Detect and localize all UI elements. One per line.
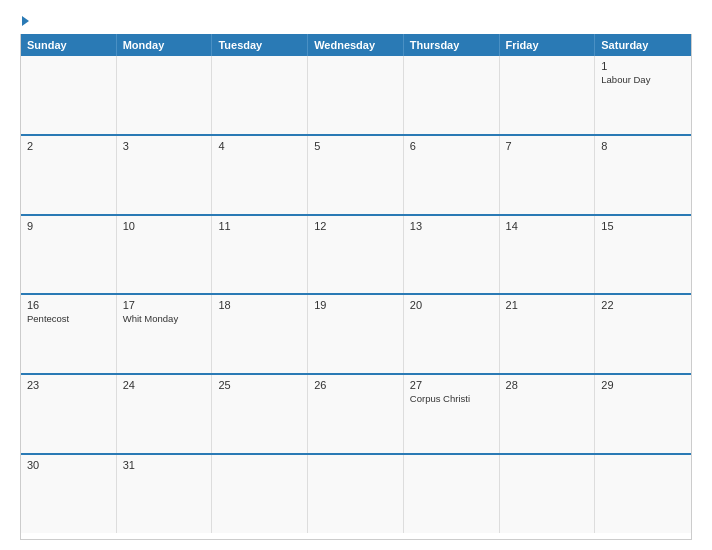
day-number: 9 xyxy=(27,220,110,232)
calendar-cell: 17Whit Monday xyxy=(117,295,213,373)
calendar-cell: 14 xyxy=(500,216,596,294)
day-number: 16 xyxy=(27,299,110,311)
calendar-cell: 25 xyxy=(212,375,308,453)
calendar-cell xyxy=(212,56,308,134)
day-number: 28 xyxy=(506,379,589,391)
calendar-cell: 28 xyxy=(500,375,596,453)
calendar-cell xyxy=(500,56,596,134)
calendar-cell xyxy=(500,455,596,533)
calendar-cell: 3 xyxy=(117,136,213,214)
calendar-cell xyxy=(212,455,308,533)
day-number: 17 xyxy=(123,299,206,311)
day-number: 2 xyxy=(27,140,110,152)
day-number: 8 xyxy=(601,140,685,152)
calendar-cell: 22 xyxy=(595,295,691,373)
calendar-cell xyxy=(21,56,117,134)
calendar-cell: 18 xyxy=(212,295,308,373)
weekday-header-saturday: Saturday xyxy=(595,34,691,56)
logo-blue-text xyxy=(20,16,29,26)
calendar-cell: 11 xyxy=(212,216,308,294)
holiday-name: Pentecost xyxy=(27,313,110,324)
day-number: 6 xyxy=(410,140,493,152)
calendar-week-4: 2324252627Corpus Christi2829 xyxy=(21,375,691,455)
calendar-cell: 10 xyxy=(117,216,213,294)
calendar-cell: 6 xyxy=(404,136,500,214)
calendar-cell: 15 xyxy=(595,216,691,294)
calendar-cell xyxy=(308,455,404,533)
day-number: 5 xyxy=(314,140,397,152)
day-number: 4 xyxy=(218,140,301,152)
calendar-cell: 26 xyxy=(308,375,404,453)
calendar-cell xyxy=(404,56,500,134)
calendar-cell xyxy=(308,56,404,134)
calendar-weekday-header: SundayMondayTuesdayWednesdayThursdayFrid… xyxy=(21,34,691,56)
calendar-cell xyxy=(117,56,213,134)
calendar-cell: 12 xyxy=(308,216,404,294)
calendar-week-0: 1Labour Day xyxy=(21,56,691,136)
calendar-cell: 7 xyxy=(500,136,596,214)
day-number: 30 xyxy=(27,459,110,471)
holiday-name: Whit Monday xyxy=(123,313,206,324)
calendar-cell: 30 xyxy=(21,455,117,533)
day-number: 14 xyxy=(506,220,589,232)
day-number: 10 xyxy=(123,220,206,232)
calendar-cell: 9 xyxy=(21,216,117,294)
logo-triangle-icon xyxy=(22,16,29,26)
calendar-week-5: 3031 xyxy=(21,455,691,533)
day-number: 19 xyxy=(314,299,397,311)
logo xyxy=(20,16,29,26)
day-number: 15 xyxy=(601,220,685,232)
holiday-name: Corpus Christi xyxy=(410,393,493,404)
calendar-week-1: 2345678 xyxy=(21,136,691,216)
day-number: 13 xyxy=(410,220,493,232)
calendar-cell: 2 xyxy=(21,136,117,214)
weekday-header-sunday: Sunday xyxy=(21,34,117,56)
weekday-header-wednesday: Wednesday xyxy=(308,34,404,56)
calendar-cell xyxy=(404,455,500,533)
day-number: 29 xyxy=(601,379,685,391)
day-number: 22 xyxy=(601,299,685,311)
calendar-week-3: 16Pentecost17Whit Monday1819202122 xyxy=(21,295,691,375)
day-number: 20 xyxy=(410,299,493,311)
calendar-header xyxy=(20,16,692,26)
day-number: 25 xyxy=(218,379,301,391)
calendar-grid: SundayMondayTuesdayWednesdayThursdayFrid… xyxy=(20,34,692,540)
day-number: 26 xyxy=(314,379,397,391)
weekday-header-tuesday: Tuesday xyxy=(212,34,308,56)
calendar-cell: 31 xyxy=(117,455,213,533)
calendar-body: 1Labour Day2345678910111213141516Penteco… xyxy=(21,56,691,533)
calendar-cell: 29 xyxy=(595,375,691,453)
weekday-header-friday: Friday xyxy=(500,34,596,56)
calendar-cell: 5 xyxy=(308,136,404,214)
day-number: 24 xyxy=(123,379,206,391)
calendar-cell: 19 xyxy=(308,295,404,373)
calendar-cell: 4 xyxy=(212,136,308,214)
calendar-cell: 20 xyxy=(404,295,500,373)
calendar-week-2: 9101112131415 xyxy=(21,216,691,296)
weekday-header-monday: Monday xyxy=(117,34,213,56)
weekday-header-thursday: Thursday xyxy=(404,34,500,56)
calendar-cell: 23 xyxy=(21,375,117,453)
day-number: 7 xyxy=(506,140,589,152)
day-number: 27 xyxy=(410,379,493,391)
day-number: 12 xyxy=(314,220,397,232)
day-number: 23 xyxy=(27,379,110,391)
day-number: 11 xyxy=(218,220,301,232)
calendar-cell: 1Labour Day xyxy=(595,56,691,134)
day-number: 31 xyxy=(123,459,206,471)
calendar-cell: 8 xyxy=(595,136,691,214)
calendar-cell: 16Pentecost xyxy=(21,295,117,373)
calendar-cell: 21 xyxy=(500,295,596,373)
holiday-name: Labour Day xyxy=(601,74,685,85)
calendar-cell xyxy=(595,455,691,533)
calendar-cell: 24 xyxy=(117,375,213,453)
calendar-page: SundayMondayTuesdayWednesdayThursdayFrid… xyxy=(0,0,712,550)
day-number: 1 xyxy=(601,60,685,72)
day-number: 18 xyxy=(218,299,301,311)
day-number: 21 xyxy=(506,299,589,311)
calendar-cell: 13 xyxy=(404,216,500,294)
day-number: 3 xyxy=(123,140,206,152)
calendar-cell: 27Corpus Christi xyxy=(404,375,500,453)
